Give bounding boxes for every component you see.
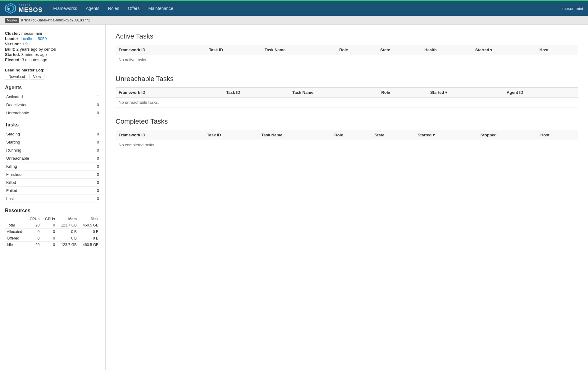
sidebar-task-row: Killed0 xyxy=(5,179,100,187)
res-gpus: 0 xyxy=(41,222,57,229)
sidebar-agent-value: 1 xyxy=(85,93,100,101)
table-col-header[interactable]: Started ▾ xyxy=(472,45,536,55)
table-col-header: Framework ID xyxy=(116,130,204,140)
unreachable-tasks-empty-message: No unreachable tasks. xyxy=(116,98,578,107)
started-row: Started: 3 minutes ago xyxy=(5,52,100,57)
table-col-header: Task ID xyxy=(206,45,262,55)
sidebar-task-label: Killed xyxy=(5,179,85,187)
res-label: Allocated xyxy=(5,229,26,235)
sidebar-task-value: 0 xyxy=(85,138,100,146)
nav-offers[interactable]: Offers xyxy=(124,1,144,16)
sidebar-task-row: Starting0 xyxy=(5,138,100,146)
sidebar-agent-row: Activated1 xyxy=(5,93,100,101)
sidebar-task-label: Starting xyxy=(5,138,85,146)
table-col-header: Role xyxy=(378,88,427,98)
res-cpus: 20 xyxy=(26,242,41,248)
completed-tasks-empty-message: No completed tasks. xyxy=(116,140,578,150)
leader-row: Leader: localhost:5050 xyxy=(5,36,100,41)
completed-tasks-empty-row: No completed tasks. xyxy=(116,140,578,150)
started-label: Started: xyxy=(5,52,20,57)
sidebar-task-value: 0 xyxy=(85,195,100,203)
navbar: M Apache MESOS Frameworks Agents Roles O… xyxy=(0,1,588,16)
res-disk: 460.5 GB xyxy=(79,242,100,248)
sidebar-task-value: 0 xyxy=(85,162,100,171)
sidebar-task-label: Failed xyxy=(5,187,85,195)
res-mem: 0 B xyxy=(57,229,79,235)
table-col-header: Host xyxy=(537,130,578,140)
version-row: Version: 1.9.1 xyxy=(5,42,100,46)
table-col-header: Task ID xyxy=(204,130,258,140)
table-col-header: State xyxy=(371,130,415,140)
built-row: Built: 2 years ago by centos xyxy=(5,47,100,52)
unreachable-tasks-table: Framework IDTask IDTask NameRoleStarted … xyxy=(116,87,578,107)
sidebar-task-row: Killing0 xyxy=(5,162,100,171)
resources-header-row: CPUsGPUsMemDisk xyxy=(5,216,100,222)
res-cpus: 0 xyxy=(26,229,41,235)
table-header-row: Framework IDTask IDTask NameRoleStateHea… xyxy=(116,45,578,55)
resources-col-header: Disk xyxy=(79,216,100,222)
built-label: Built: xyxy=(5,47,15,52)
resources-row: Allocated 0 0 0 B 0 B xyxy=(5,229,100,235)
completed-tasks-table: Framework IDTask IDTask NameRoleStateSta… xyxy=(116,130,578,150)
unreachable-tasks-empty-row: No unreachable tasks. xyxy=(116,98,578,107)
res-disk: 460.5 GB xyxy=(79,222,100,229)
elected-label: Elected: xyxy=(5,57,21,62)
table-header-row: Framework IDTask IDTask NameRoleStarted … xyxy=(116,88,578,98)
tasks-stats-table: Staging0Starting0Running0Unreachable0Kil… xyxy=(5,130,100,203)
view-log-button[interactable]: View xyxy=(30,74,44,80)
resources-heading: Resources xyxy=(5,208,100,213)
resources-col-header: CPUs xyxy=(26,216,41,222)
table-col-header: Host xyxy=(536,45,578,55)
log-buttons: Download View xyxy=(5,74,100,80)
master-badge: Master xyxy=(5,18,19,23)
table-col-header: Stopped xyxy=(477,130,537,140)
main-content: Active Tasks Framework IDTask IDTask Nam… xyxy=(106,25,588,370)
res-cpus: 20 xyxy=(26,222,41,229)
sidebar-task-value: 0 xyxy=(85,179,100,187)
sidebar-task-value: 0 xyxy=(85,154,100,162)
nav-maintenance[interactable]: Maintenance xyxy=(144,1,178,16)
sidebar-task-value: 0 xyxy=(85,187,100,195)
table-col-header[interactable]: Started ▾ xyxy=(427,88,504,98)
table-col-header: Framework ID xyxy=(116,45,206,55)
sidebar-task-label: Unreachable xyxy=(5,154,85,162)
sidebar-task-row: Unreachable0 xyxy=(5,154,100,162)
resources-col-header xyxy=(5,216,26,222)
user-label: mesos-mini xyxy=(563,6,583,11)
table-col-header[interactable]: Started ▾ xyxy=(415,130,477,140)
started-value: 3 minutes ago xyxy=(21,52,47,57)
breadcrumb-bar: Master a7fda7b6-3a68-4fda-bbe5-d9d708183… xyxy=(0,16,588,25)
download-log-button[interactable]: Download xyxy=(5,74,28,80)
table-col-header: Role xyxy=(336,45,377,55)
breadcrumb-id: a7fda7b6-3a68-4fda-bbe5-d9d708183772 xyxy=(21,18,90,22)
completed-tasks-title: Completed Tasks xyxy=(116,117,578,126)
sidebar-agent-value: 0 xyxy=(85,109,100,117)
resources-table: CPUsGPUsMemDisk Total 20 0 123.7 GB 460.… xyxy=(5,216,100,248)
nav-agents[interactable]: Agents xyxy=(81,1,104,16)
leader-link[interactable]: localhost:5050 xyxy=(21,36,47,41)
agents-table: Activated1Deactivated0Unreachable0 xyxy=(5,93,100,117)
active-tasks-table: Framework IDTask IDTask NameRoleStateHea… xyxy=(116,45,578,65)
table-col-header: Task Name xyxy=(258,130,331,140)
res-mem: 0 B xyxy=(57,235,79,242)
sidebar-task-label: Staging xyxy=(5,130,85,138)
svg-text:M: M xyxy=(8,7,11,10)
sidebar-task-row: Lost0 xyxy=(5,195,100,203)
version-value: 1.9.1 xyxy=(22,42,31,46)
sidebar-task-row: Running0 xyxy=(5,146,100,154)
nav-roles[interactable]: Roles xyxy=(104,1,124,16)
cluster-value: mesos-mini xyxy=(21,31,42,36)
resources-row: Idle 20 0 123.7 GB 460.5 GB xyxy=(5,242,100,248)
sidebar-agent-row: Unreachable0 xyxy=(5,109,100,117)
table-col-header: Task Name xyxy=(289,88,378,98)
nav-frameworks[interactable]: Frameworks xyxy=(49,1,81,16)
sidebar-task-value: 0 xyxy=(85,171,100,179)
resources-col-header: Mem xyxy=(57,216,79,222)
built-value: 2 years ago by centos xyxy=(16,47,56,52)
elected-value: 3 minutes ago xyxy=(22,57,47,62)
sidebar: Cluster: mesos-mini Leader: localhost:50… xyxy=(0,25,106,370)
res-mem: 123.7 GB xyxy=(57,242,79,248)
table-col-header: Task Name xyxy=(262,45,336,55)
sidebar-agent-label: Unreachable xyxy=(5,109,85,117)
sidebar-agent-label: Activated xyxy=(5,93,85,101)
